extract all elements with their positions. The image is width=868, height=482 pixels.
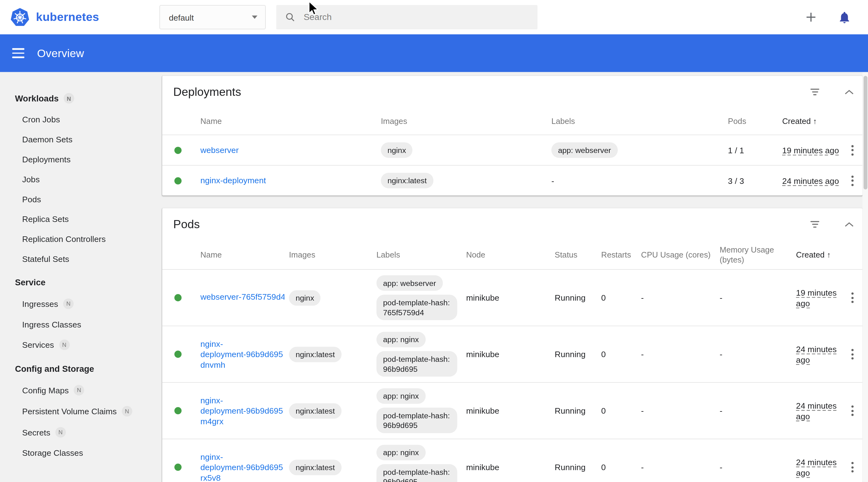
pod-created: 24 minutes ago bbox=[796, 344, 836, 364]
status-ok-icon bbox=[175, 146, 182, 154]
scrollbar-thumb[interactable] bbox=[863, 76, 867, 189]
item-label: Storage Classes bbox=[22, 448, 83, 457]
section-label: Config and Storage bbox=[15, 364, 94, 374]
sidebar-item-config-maps[interactable]: Config Maps N bbox=[0, 379, 162, 400]
pods-table-header: Name Images Labels Node Status Restarts … bbox=[162, 240, 862, 269]
kubernetes-brand[interactable]: kubernetes bbox=[10, 7, 99, 27]
sidebar-item-deployments[interactable]: Deployments bbox=[0, 149, 162, 169]
status-ok-icon bbox=[175, 463, 182, 471]
item-label: Ingress Classes bbox=[22, 319, 81, 329]
menu-icon[interactable] bbox=[9, 46, 27, 60]
pod-status: Running bbox=[555, 405, 601, 416]
search-input[interactable] bbox=[304, 12, 531, 22]
item-label: Cron Jobs bbox=[22, 114, 60, 124]
blue-toolbar: Overview bbox=[0, 34, 868, 72]
sidebar-item-persistent-volume-claims[interactable]: Persistent Volume Claims N bbox=[0, 400, 162, 421]
section-label: Workloads bbox=[15, 93, 59, 103]
pods-card: Pods Name Images Labels Node Status Rest… bbox=[162, 208, 862, 482]
sidebar-item-replica-sets[interactable]: Replica Sets bbox=[0, 209, 162, 229]
pod-created: 24 minutes ago bbox=[796, 401, 836, 421]
pod-node: minikube bbox=[466, 349, 555, 360]
column-restarts: Restarts bbox=[601, 250, 641, 260]
plus-icon bbox=[804, 10, 818, 24]
pod-memory: - bbox=[719, 349, 796, 360]
deployment-name-link[interactable]: webserver bbox=[200, 145, 239, 154]
label-chip: app: webserver bbox=[551, 142, 617, 158]
sidebar-item-secrets[interactable]: Secrets N bbox=[0, 421, 162, 442]
card-title-deployments: Deployments bbox=[173, 85, 806, 99]
item-label: Persistent Volume Claims bbox=[22, 406, 117, 416]
new-badge: N bbox=[74, 385, 84, 395]
sidebar-item-stateful-sets[interactable]: Stateful Sets bbox=[0, 249, 162, 269]
sort-arrow-icon: ↑ bbox=[813, 116, 817, 126]
brand-wordmark: kubernetes bbox=[36, 10, 99, 24]
namespace-value: default bbox=[169, 12, 194, 22]
item-label: Replica Sets bbox=[22, 214, 69, 223]
status-ok-icon bbox=[175, 177, 182, 184]
sidebar-item-daemon-sets[interactable]: Daemon Sets bbox=[0, 129, 162, 149]
column-name: Name bbox=[200, 250, 289, 260]
pod-row: nginx- deployment-96b9d695 dnvmh nginx:l… bbox=[162, 326, 862, 382]
create-button[interactable] bbox=[804, 10, 818, 24]
label-chip: app: nginx bbox=[376, 388, 425, 404]
label-chip: app: webserver bbox=[376, 275, 442, 291]
sidebar-section-config-and-storage[interactable]: Config and Storage bbox=[0, 358, 162, 379]
new-badge: N bbox=[55, 427, 66, 438]
label-chip: pod-template-hash: 96b9d695 bbox=[376, 408, 457, 433]
pod-cpu: - bbox=[641, 349, 720, 360]
row-menu-icon[interactable] bbox=[848, 142, 857, 158]
row-menu-icon[interactable] bbox=[848, 345, 857, 363]
top-header: kubernetes default bbox=[0, 0, 868, 34]
row-menu-icon[interactable] bbox=[848, 402, 857, 419]
sidebar-item-storage-classes[interactable]: Storage Classes bbox=[0, 443, 162, 463]
bell-icon bbox=[837, 10, 851, 24]
sidebar-section-service[interactable]: Service bbox=[0, 272, 162, 293]
deployment-row: webserver nginx app: webserver 1 / 1 19 … bbox=[162, 134, 862, 165]
chevron-down-icon bbox=[252, 16, 257, 19]
item-label: Services bbox=[22, 340, 54, 349]
pod-name-link[interactable]: nginx- deployment-96b9d695 dnvmh bbox=[200, 338, 286, 370]
column-created-sort[interactable]: Created ↑ bbox=[782, 116, 842, 126]
pod-node: minikube bbox=[466, 462, 555, 473]
sidebar-section-workloads[interactable]: Workloads N bbox=[0, 87, 162, 109]
deployment-labels-empty: - bbox=[551, 176, 728, 186]
filter-icon[interactable] bbox=[806, 217, 824, 232]
pod-name-link[interactable]: nginx- deployment-96b9d695 rx5v8 bbox=[200, 451, 286, 482]
sidebar-item-jobs[interactable]: Jobs bbox=[0, 169, 162, 189]
sidebar-item-services[interactable]: Services N bbox=[0, 334, 162, 355]
row-menu-icon[interactable] bbox=[848, 172, 857, 189]
deployment-name-link[interactable]: nginx-deployment bbox=[200, 176, 266, 185]
pod-restarts: 0 bbox=[601, 293, 641, 303]
collapse-icon[interactable] bbox=[840, 85, 858, 99]
sidebar-item-ingress-classes[interactable]: Ingress Classes bbox=[0, 314, 162, 334]
new-badge: N bbox=[63, 298, 74, 309]
deployment-created: 19 minutes ago bbox=[782, 146, 839, 155]
header-actions bbox=[804, 0, 851, 34]
item-label: Secrets bbox=[22, 427, 50, 437]
sidebar-item-ingresses[interactable]: Ingresses N bbox=[0, 293, 162, 314]
collapse-icon[interactable] bbox=[840, 217, 858, 231]
pod-status: Running bbox=[555, 293, 601, 303]
filter-icon[interactable] bbox=[806, 84, 824, 100]
item-label: Ingresses bbox=[22, 299, 58, 308]
image-chip: nginx:latest bbox=[289, 459, 341, 475]
sidebar-item-cron-jobs[interactable]: Cron Jobs bbox=[0, 109, 162, 129]
sidebar-item-pods[interactable]: Pods bbox=[0, 189, 162, 209]
notifications-button[interactable] bbox=[837, 10, 851, 24]
status-ok-icon bbox=[175, 294, 182, 301]
pod-name-link[interactable]: webserver-765f5759d4 bbox=[200, 291, 284, 302]
column-created-sort[interactable]: Created ↑ bbox=[796, 250, 842, 260]
pod-status: Running bbox=[555, 349, 601, 360]
item-label: Stateful Sets bbox=[22, 254, 69, 263]
pod-created: 24 minutes ago bbox=[796, 457, 836, 477]
row-menu-icon[interactable] bbox=[848, 289, 857, 306]
label-chip: app: nginx bbox=[376, 332, 425, 348]
kubernetes-dashboard: kubernetes default bbox=[0, 0, 868, 482]
pod-row: webserver-765f5759d4 nginx app: webserve… bbox=[162, 269, 862, 326]
row-menu-icon[interactable] bbox=[848, 459, 857, 476]
scrollbar[interactable] bbox=[862, 72, 868, 482]
namespace-selector[interactable]: default bbox=[159, 5, 266, 29]
card-title-pods: Pods bbox=[173, 218, 806, 231]
sidebar-item-replication-controllers[interactable]: Replication Controllers bbox=[0, 229, 162, 249]
pod-name-link[interactable]: nginx- deployment-96b9d695 m4grx bbox=[200, 395, 286, 426]
